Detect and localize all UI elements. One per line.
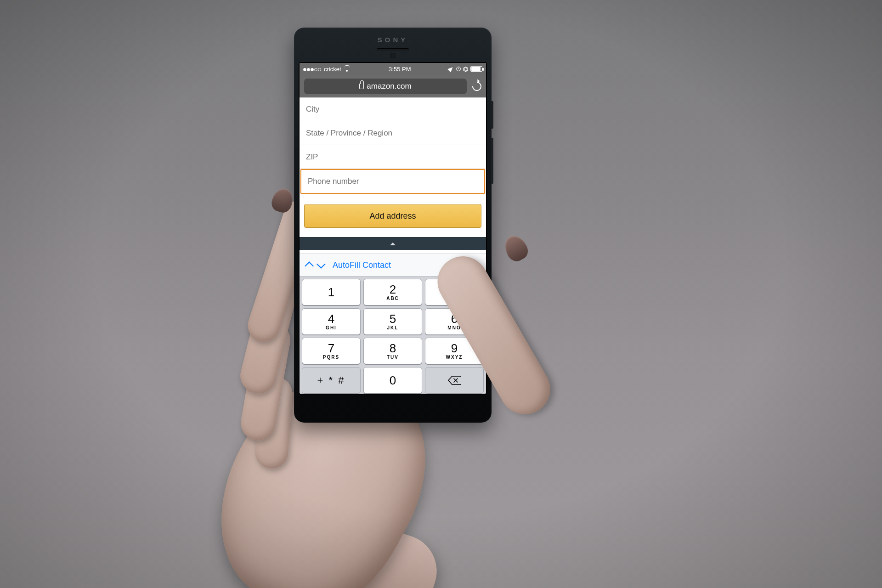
key-symbols[interactable]: + * #: [302, 367, 361, 394]
screen: cricket 3:55 PM ⌬ amazon.com City State …: [300, 63, 486, 394]
lock-icon: [359, 84, 364, 89]
key-6[interactable]: 6MNO: [425, 308, 484, 335]
keyboard-done-button[interactable]: Done: [460, 260, 481, 270]
key-0[interactable]: 0: [363, 367, 422, 394]
device-brand: SONY: [300, 36, 486, 44]
state-field[interactable]: State / Province / Region: [300, 121, 486, 145]
zip-field[interactable]: ZIP: [300, 145, 486, 169]
key-7[interactable]: 7PQRS: [302, 338, 361, 364]
caret-up-icon: [390, 243, 396, 245]
alarm-icon: [456, 67, 461, 71]
add-address-button[interactable]: Add address: [304, 204, 481, 228]
wifi-icon: [344, 67, 351, 72]
backspace-icon: [447, 375, 461, 385]
status-time: 3:55 PM: [389, 66, 411, 73]
bluetooth-icon: ⌬: [463, 66, 468, 73]
phone-frame: SONY cricket 3:55 PM ⌬ amazon.com: [294, 28, 492, 423]
key-9[interactable]: 9WXYZ: [425, 338, 484, 364]
autofill-contact-button[interactable]: AutoFill Contact: [333, 260, 391, 270]
address-domain: amazon.com: [367, 82, 411, 91]
phone-field[interactable]: Phone number: [300, 169, 485, 194]
numeric-keypad: 1 2ABC 3DEF 4GHI 5JKL 6MNO 7PQRS 8TUV 9W…: [300, 277, 486, 394]
address-box[interactable]: amazon.com: [304, 79, 467, 94]
location-icon: [447, 66, 454, 73]
battery-icon: [470, 66, 482, 72]
key-5[interactable]: 5JKL: [363, 308, 422, 335]
browser-address-bar: amazon.com: [300, 75, 486, 98]
city-field[interactable]: City: [300, 97, 486, 121]
reload-icon[interactable]: [470, 79, 483, 92]
bottom-drawer[interactable]: [300, 237, 486, 250]
keyboard-accessory-bar: AutoFill Contact Done: [300, 254, 486, 277]
key-backspace[interactable]: [425, 367, 484, 394]
next-field-button[interactable]: [317, 260, 326, 269]
speaker-grille: [377, 48, 409, 51]
carrier-label: cricket: [324, 66, 341, 73]
status-bar: cricket 3:55 PM ⌬: [300, 63, 486, 75]
front-camera: [390, 53, 396, 58]
key-4[interactable]: 4GHI: [302, 308, 361, 335]
key-3[interactable]: 3DEF: [425, 279, 484, 305]
page-content: City State / Province / Region ZIP Phone…: [300, 97, 486, 254]
prev-field-button[interactable]: [305, 261, 314, 271]
key-8[interactable]: 8TUV: [363, 338, 422, 364]
key-1[interactable]: 1: [302, 279, 361, 305]
signal-dots-icon: [303, 66, 322, 73]
key-2[interactable]: 2ABC: [363, 279, 422, 305]
